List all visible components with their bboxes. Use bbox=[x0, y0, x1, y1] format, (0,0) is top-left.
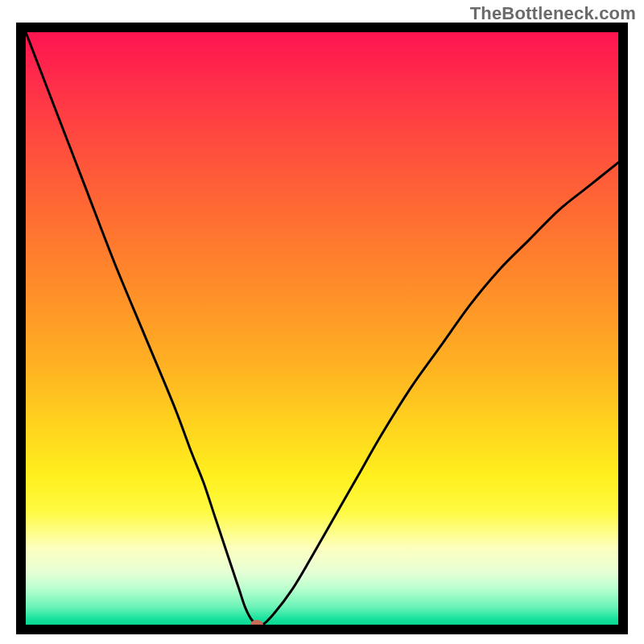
bottleneck-curve-path bbox=[26, 32, 618, 625]
chart-stage: TheBottleneck.com bbox=[0, 0, 644, 644]
chart-svg bbox=[26, 32, 618, 625]
plot-frame bbox=[16, 23, 628, 634]
watermark-text: TheBottleneck.com bbox=[470, 3, 636, 24]
